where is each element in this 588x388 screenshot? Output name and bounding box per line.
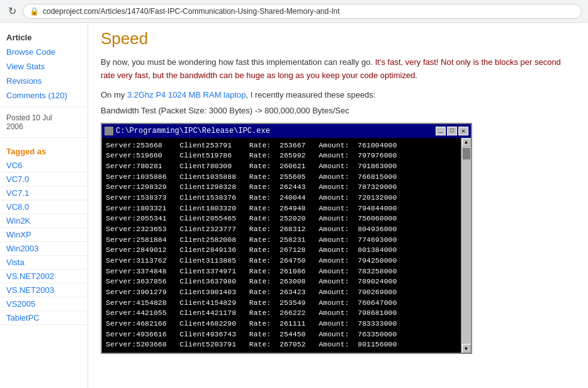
page-title: Speed [101,29,575,48]
page-layout: Article Browse Code View Stats Revisions… [0,23,588,388]
tag-win2k[interactable]: Win2K [0,214,88,228]
main-content: Speed By now, you must be wondering how … [88,23,588,388]
terminal-close-button[interactable]: ✕ [458,127,468,135]
sidebar-revisions[interactable]: Revisions [0,74,88,88]
sidebar-view-stats[interactable]: View Stats [0,59,88,74]
terminal-minimize-button[interactable]: _ [436,127,446,135]
tag-tabletpc[interactable]: TabletPC [0,311,88,325]
terminal-output: Server:253668 Client253791 Rate: 253667 … [106,140,449,350]
scrollbar-up-arrow[interactable]: ▲ [462,138,471,147]
sidebar-divider-2 [0,137,88,138]
lock-icon: 🔒 [30,7,39,16]
refresh-button[interactable]: ↻ [6,6,18,17]
tag-vc70[interactable]: VC7.0 [0,173,88,186]
sidebar-posted: Posted 10 Jul2006 [0,111,88,134]
laptop-spec-link: 3.2Ghz P4 1024 MB RAM laptop [127,90,246,100]
tag-win2003[interactable]: Win2003 [0,242,88,256]
article-section-title: Article [0,29,88,45]
scrollbar-thumb [463,148,470,159]
browser-bar: ↻ 🔒 codeproject.com/Articles/14740/Fast-… [0,0,588,23]
tag-vsnet2002[interactable]: VS.NET2002 [0,270,88,283]
terminal-scrollbar[interactable]: ▲ ▼ [461,138,471,353]
terminal-content-area: Server:253668 Client253791 Rate: 253667 … [102,138,471,353]
highlight-text: It's fast, very fast! Not only is the bl… [101,57,561,80]
terminal-app-icon [105,127,113,135]
scrollbar-down-arrow[interactable]: ▼ [462,344,471,353]
terminal-titlebar: C:\Programming\IPC\Release\IPC.exe _ □ ✕ [102,124,471,138]
tag-vc6[interactable]: VC6 [0,159,88,173]
tag-winxp[interactable]: WinXP [0,228,88,242]
terminal-body: Server:253668 Client253791 Rate: 253667 … [102,138,461,353]
terminal-window-buttons: _ □ ✕ [436,127,468,135]
tagged-as-title: Tagged as [0,142,88,159]
sidebar-divider-1 [0,106,88,107]
intro-paragraph: By now, you must be wondering how fast t… [101,56,575,83]
tag-vs2005[interactable]: VS2005 [0,297,88,311]
tag-vc80[interactable]: VC8.0 [0,200,88,214]
sidebar-comments[interactable]: Comments (120) [0,88,88,103]
tag-vsnet2003[interactable]: VS.NET2003 [0,283,88,297]
tag-vista[interactable]: Vista [0,256,88,270]
bandwidth-test-line: Bandwidth Test (Packet Size: 3000 Bytes)… [101,106,575,115]
url-bar[interactable]: 🔒 codeproject.com/Articles/14740/Fast-IP… [23,4,582,19]
terminal-title-left: C:\Programming\IPC\Release\IPC.exe [105,127,270,135]
speed-intro-line: On my 3.2Ghz P4 1024 MB RAM laptop, I re… [101,90,575,100]
sidebar-browse-code[interactable]: Browse Code [0,45,88,59]
sidebar: Article Browse Code View Stats Revisions… [0,23,88,388]
terminal-window: C:\Programming\IPC\Release\IPC.exe _ □ ✕… [101,123,472,354]
url-text: codeproject.com/Articles/14740/Fast-IPC-… [43,7,340,16]
bandwidth-label: Bandwidth Test (Packet Size: 3000 Bytes)… [101,106,349,115]
terminal-restore-button[interactable]: □ [447,127,457,135]
terminal-title-text: C:\Programming\IPC\Release\IPC.exe [116,127,270,135]
tag-vc71[interactable]: VC7.1 [0,186,88,200]
